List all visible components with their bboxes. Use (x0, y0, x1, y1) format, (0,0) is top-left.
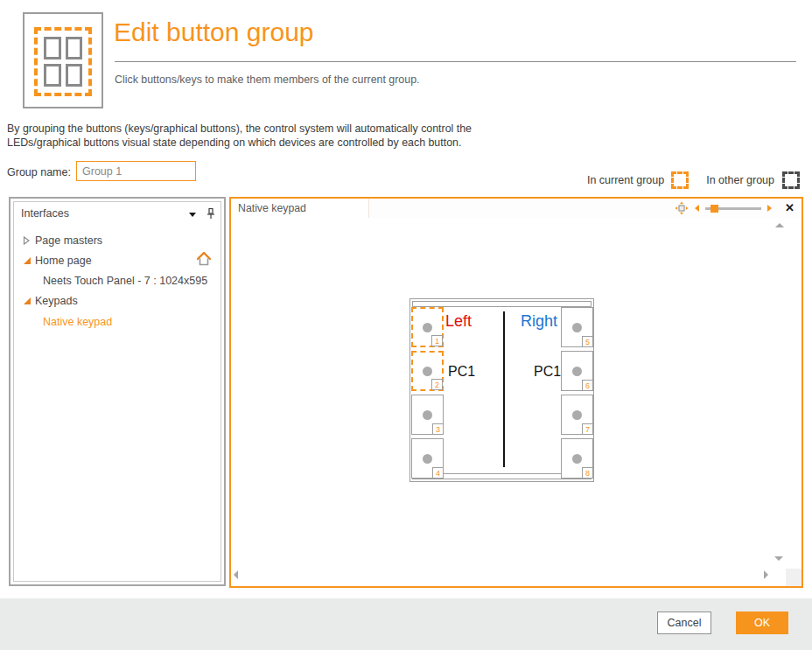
sidebar-item-native-keypad[interactable]: Native keypad (14, 313, 220, 331)
native-keypad-panel: Native keypad ✕ (229, 197, 803, 588)
interfaces-panel-title: Interfaces (21, 207, 189, 220)
led-indicator (423, 410, 432, 420)
native-keypad-device: Left Right PC1 PC1 1234 5678 (410, 298, 594, 482)
keypad-button-4[interactable]: 4 (411, 438, 444, 479)
in-other-group-label: In other group (706, 174, 774, 186)
in-current-group-swatch-icon (671, 171, 689, 189)
keypad-button-2[interactable]: 2 (411, 351, 444, 391)
keypad-left-column: 1234 (411, 299, 444, 481)
panel-zoom-controls: ✕ (675, 201, 802, 215)
group-icon-cell (66, 37, 83, 59)
sidebar-item-label: Home page (35, 255, 92, 267)
scroll-down-icon[interactable] (774, 556, 783, 561)
keypad-center-divider (503, 311, 505, 467)
edit-button-group-dialog: Edit button group Click buttons/keys to … (0, 0, 812, 650)
cancel-button[interactable]: Cancel (657, 612, 711, 634)
button-number-badge: 5 (582, 336, 593, 347)
interfaces-panel: Interfaces Page masters Home page (9, 197, 226, 586)
tree-expanded-icon[interactable] (23, 297, 32, 305)
keypad-left-device-label: PC1 (448, 364, 475, 380)
button-group-icon (23, 12, 103, 108)
keypad-right-device-label: PC1 (534, 364, 561, 380)
sidebar-item-home-page[interactable]: Home page (14, 252, 220, 269)
keypad-button-7[interactable]: 7 (561, 395, 593, 435)
sidebar-item-label: Keypads (35, 295, 78, 307)
led-indicator (572, 410, 582, 420)
description-line-1: By grouping the buttons (keys/graphical … (7, 122, 472, 135)
button-number-badge: 3 (432, 423, 444, 435)
zoom-slider-thumb[interactable] (710, 205, 718, 213)
panel-header: Native keypad ✕ (231, 199, 802, 218)
title-divider (115, 61, 796, 62)
button-number-badge: 6 (582, 380, 593, 391)
led-indicator (423, 323, 432, 332)
button-number-badge: 4 (432, 467, 444, 479)
led-indicator (572, 323, 582, 332)
pin-icon[interactable] (206, 207, 215, 220)
keypad-button-8[interactable]: 8 (561, 438, 593, 479)
group-name-label: Group name: (7, 166, 71, 178)
sidebar-item-label: Native keypad (43, 316, 112, 328)
sidebar-item-keypads[interactable]: Keypads (14, 292, 220, 310)
sidebar-item-touch-panel[interactable]: Neets Touch Panel - 7 : 1024x595 (14, 272, 220, 290)
zoom-in-arrow-icon[interactable] (767, 205, 772, 212)
home-icon[interactable] (196, 251, 212, 267)
tree-expanded-icon[interactable] (23, 256, 32, 265)
group-name-input[interactable] (76, 161, 196, 181)
keypad-left-label: Left (445, 312, 472, 331)
ok-button[interactable]: OK (736, 612, 788, 634)
interfaces-panel-header: Interfaces (14, 202, 220, 220)
zoom-slider[interactable] (705, 204, 761, 213)
zoom-out-arrow-icon[interactable] (695, 205, 699, 212)
led-indicator (572, 454, 582, 464)
scrollbar-corner (786, 569, 802, 586)
page-title: Edit button group (114, 17, 314, 47)
keypad-canvas: Left Right PC1 PC1 1234 5678 (231, 218, 802, 586)
group-icon-cell (66, 64, 83, 87)
in-other-group-swatch-icon (782, 171, 800, 189)
fit-view-icon[interactable] (675, 201, 689, 215)
led-indicator (572, 367, 582, 376)
page-subtitle: Click buttons/keys to make them members … (115, 73, 419, 86)
group-icon-cell (44, 37, 61, 59)
keypad-button-3[interactable]: 3 (411, 395, 444, 435)
keypad-button-6[interactable]: 6 (561, 351, 593, 391)
scroll-left-icon[interactable] (234, 570, 238, 579)
scroll-up-icon[interactable] (775, 223, 784, 227)
keypad-button-1[interactable]: 1 (411, 307, 444, 347)
group-icon-cell (44, 64, 61, 87)
sidebar-item-label: Page masters (35, 234, 102, 247)
dialog-footer: Cancel OK (0, 598, 812, 650)
button-number-badge: 1 (431, 335, 443, 346)
interfaces-panel-inner: Interfaces Page masters Home page (13, 201, 221, 582)
sidebar-item-page-masters[interactable]: Page masters (14, 232, 220, 249)
dashed-group-outline-icon (34, 27, 92, 96)
scroll-right-icon[interactable] (764, 570, 768, 579)
button-number-badge: 2 (431, 379, 443, 390)
close-icon[interactable]: ✕ (785, 202, 794, 214)
keypad-button-5[interactable]: 5 (561, 307, 593, 347)
tree-collapsed-icon[interactable] (23, 236, 31, 245)
button-number-badge: 8 (582, 467, 593, 479)
panel-title: Native keypad (231, 199, 369, 218)
sidebar-item-label: Neets Touch Panel - 7 : 1024x595 (43, 275, 207, 287)
led-indicator (423, 367, 432, 376)
led-indicator (423, 454, 432, 464)
keypad-right-label: Right (521, 312, 557, 331)
description-line-2: LEDs/graphical buttons visual state depe… (7, 136, 461, 149)
button-number-badge: 7 (582, 423, 593, 435)
group-legend: In current group In other group (587, 171, 800, 189)
keypad-right-column: 5678 (561, 299, 593, 481)
in-current-group-label: In current group (587, 174, 664, 186)
panel-menu-dropdown-icon[interactable] (189, 213, 196, 217)
